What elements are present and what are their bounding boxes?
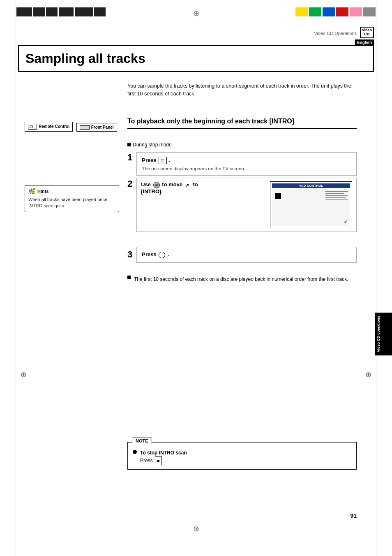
page-number: 91: [350, 512, 357, 519]
step2-box: Use to move to [INTRO]. VCD CONTROL: [136, 178, 357, 232]
page-border-right: [376, 0, 376, 556]
section-heading: To playback only the beginning of each t…: [127, 117, 357, 129]
bullet-note: The first 10 seconds of each track on a …: [127, 276, 357, 283]
step2-number: 2: [127, 178, 132, 232]
video-cd-badge: Video CD: [360, 27, 374, 38]
note-text: To stop INTRO scan Press ■ .: [140, 449, 187, 465]
video-cd-operations-tab: Video CD operations: [375, 313, 392, 355]
device-icons-area: Remote Control Front Panel: [25, 121, 119, 132]
top-bar-left-blocks: [16, 7, 106, 16]
video-cd-badge-line2: CD: [364, 32, 369, 36]
remote-control-label: Remote Control: [39, 124, 69, 129]
black-block-4: [59, 7, 74, 16]
vcd-control-panel: VCD CONTROL ↙: [270, 181, 352, 228]
bullet-note-text: The first 10 seconds of each track on a …: [134, 276, 348, 283]
stop-mode-text: During stop mode: [133, 142, 172, 148]
step3-container: 3 Press .: [127, 247, 357, 263]
step1-symbol: □: [159, 157, 166, 164]
step3-box: Press .: [136, 247, 357, 263]
top-bar-right-colors: [295, 7, 376, 16]
black-block-2: [33, 7, 45, 16]
red-block: [336, 7, 348, 16]
note-title-tag: NOTE: [132, 438, 152, 444]
title-section: Sampling all tracks: [18, 45, 374, 72]
black-block-1: [16, 7, 32, 16]
hints-text: When all tracks have been played once, I…: [28, 197, 115, 209]
step1-sub: The on-screen display appears on the TV …: [142, 166, 351, 171]
step2-instruction: Use to move to [INTRO].: [141, 181, 266, 228]
vcd-stop-icon: [275, 193, 281, 199]
video-cd-badge-line1: Video: [362, 28, 372, 32]
bottom-crosshair: ⊕: [193, 524, 199, 533]
remote-control-box: Remote Control: [25, 122, 73, 132]
step1-text: Press □ .: [142, 157, 351, 164]
note-item: To stop INTRO scan Press ■ .: [133, 449, 351, 465]
hints-header: 🌿 Hints: [28, 188, 115, 195]
stop-key-button: ■: [155, 456, 162, 465]
yellow-block: [295, 7, 308, 16]
step3-circle-symbol: [159, 252, 165, 258]
note-box: NOTE To stop INTRO scan Press ■ .: [127, 442, 357, 470]
cursor-icon: [185, 182, 191, 188]
vcd-cursor-arrow: ↙: [344, 218, 348, 224]
hints-box: 🌿 Hints When all tracks have been played…: [25, 185, 119, 212]
bullet-note-bullet: [127, 276, 131, 279]
stop-mode-note: During stop mode: [127, 142, 172, 148]
green-block: [309, 7, 321, 16]
section-title: To playback only the beginning of each t…: [127, 117, 357, 126]
pink-block: [350, 7, 362, 16]
vcd-control-title: VCD CONTROL: [272, 183, 350, 188]
step2-content: Use to move to [INTRO]. VCD CONTROL: [136, 178, 357, 232]
gray-block: [363, 7, 376, 16]
front-panel-box: Front Panel: [76, 123, 117, 132]
english-tab: English: [355, 39, 374, 46]
step1-container: 1 Press □ . The on-screen display appear…: [127, 152, 357, 176]
right-mid-crosshair: ⊕: [365, 370, 371, 379]
blue-block: [323, 7, 335, 16]
note-item-label: To stop INTRO scan: [140, 450, 187, 456]
top-crosshair: ⊕: [193, 9, 199, 18]
page-title: Sampling all tracks: [25, 51, 367, 66]
stop-mode-bullet: [127, 143, 131, 146]
front-panel-icon: [80, 125, 90, 130]
hints-title: Hints: [37, 189, 49, 194]
vcd-control-body: ↙: [272, 189, 350, 226]
note-bullet-icon: [133, 450, 137, 454]
remote-control-icon: [28, 124, 37, 130]
intro-text: You can sample the tracks by listening t…: [127, 82, 357, 98]
front-panel-label: Front Panel: [91, 125, 114, 130]
black-block-6: [94, 7, 106, 16]
black-block-5: [75, 7, 93, 16]
joystick-icon: [153, 182, 160, 188]
hints-leaf-icon: 🌿: [28, 188, 35, 195]
page-border-left: [16, 0, 16, 556]
vcd-menu-lines: [325, 191, 348, 202]
step3-number: 3: [127, 249, 132, 260]
black-block-3: [46, 7, 58, 16]
left-mid-crosshair: ⊕: [21, 370, 27, 379]
step1-number: 1: [127, 152, 132, 163]
step1-box: Press □ . The on-screen display appears …: [136, 152, 357, 176]
step2-container: 2 Use to move to [INTRO]. VCD CONTROL: [127, 178, 357, 232]
video-cd-ops-label: Video CD Operations: [314, 31, 357, 36]
